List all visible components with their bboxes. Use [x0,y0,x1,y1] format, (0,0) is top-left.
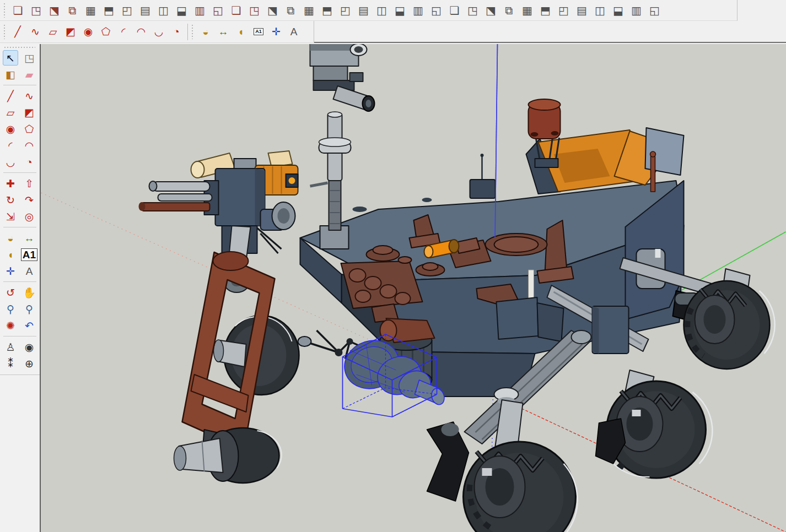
grid-panel-button[interactable]: ⬒ [536,2,554,19]
polygon-dashed-button[interactable]: ▦ [82,2,100,19]
eraser-button[interactable]: ▰ [21,67,37,82]
solid-puzzle-button[interactable]: ⬒ [100,2,118,19]
angle-tool-button[interactable]: ❏ [227,2,245,19]
pillar-array-button[interactable]: ▦ [300,2,318,19]
toolbar-grip-handle[interactable] [3,3,7,18]
mast-camera-head[interactable] [310,44,375,111]
text-button[interactable]: A1 [21,247,37,262]
fold-face-button[interactable]: ◰ [336,2,354,19]
protractor-button[interactable]: ◖ [232,23,250,41]
weave-hatch-button[interactable]: ◰ [554,2,573,19]
stair-zigzag-button[interactable]: ◱ [427,2,445,19]
surface-slice-button[interactable]: ⬔ [263,2,282,19]
deck-antenna-pin[interactable] [470,154,496,198]
line-button[interactable]: ╱ [3,88,18,104]
round-corner-button[interactable]: ❏ [9,2,27,19]
right-middle-wheel[interactable] [596,370,713,478]
pan-button[interactable]: ✋ [21,285,37,300]
axes-button[interactable]: ✛ [3,263,18,279]
protractor-button[interactable]: ◖ [3,247,18,262]
model-viewport[interactable] [41,44,786,532]
palette-grip-handle[interactable] [4,46,35,49]
two-point-arc-button[interactable]: ◠ [132,23,150,41]
joint-push-pull-button[interactable]: ⧉ [282,2,300,19]
tape-measure-button[interactable]: ◒ [197,23,214,41]
plank-splay-button[interactable]: ◫ [591,2,609,19]
position-camera-button[interactable]: ♙ [3,339,18,355]
box-export-button[interactable]: ⬓ [173,2,191,19]
bezier-spline-button[interactable]: ◳ [27,2,45,19]
make-component-button[interactable]: ◳ [21,50,37,66]
offset-button[interactable]: ◎ [21,209,37,224]
three-d-text-button[interactable]: A [285,23,303,41]
pie-button[interactable]: ◔ [21,154,37,170]
model-canvas[interactable] [41,44,786,532]
arrow-cube-button[interactable]: ◱ [645,2,664,19]
polygon-button[interactable]: ⬠ [21,121,37,137]
laptop-stand-button[interactable]: ⧉ [500,2,518,19]
ring-extrude-button[interactable]: ⬒ [318,2,336,19]
slat-fan-button[interactable]: ▥ [627,2,645,19]
line-intersect-button[interactable]: ⧉ [63,2,82,19]
rear-brown-mast[interactable] [650,151,656,192]
two-point-arc-button[interactable]: ◠ [21,138,37,153]
rotated-rectangle-button[interactable]: ◩ [21,105,37,120]
polygon-button[interactable]: ⬠ [97,23,115,41]
circle-button[interactable]: ◉ [79,23,97,41]
frame-bend-button[interactable]: ▦ [518,2,536,19]
rotated-rectangle-button[interactable]: ◩ [62,23,79,41]
orbit-button[interactable]: ↺ [3,285,18,300]
facet-sphere-button[interactable]: ⬓ [609,2,627,19]
move-button[interactable]: ✚ [3,176,18,191]
zoom-button[interactable]: ⚲ [3,301,18,317]
corner-chamfer-button[interactable]: ◱ [209,2,227,19]
spiral-stairs-button[interactable]: ◳ [464,2,482,19]
corner-fillet-button[interactable]: ▥ [191,2,209,19]
branch-split-button[interactable]: ❏ [445,2,464,19]
axes-button[interactable]: ✛ [267,23,285,41]
select-button[interactable]: ↖ [3,50,18,66]
tape-measure-button[interactable]: ◒ [3,230,18,246]
three-point-arc-button[interactable]: ◡ [3,154,18,170]
pie-button[interactable]: ◔ [168,23,185,41]
taper-solid-button[interactable]: ▤ [136,2,154,19]
remote-sensing-mast[interactable] [310,112,351,249]
scale-button[interactable]: ⇲ [3,209,18,224]
chevron-panel-button[interactable]: ▤ [573,2,591,19]
rectangle-button[interactable]: ▱ [3,105,18,120]
slat-ramp-button[interactable]: ⬔ [482,2,500,19]
look-around-button[interactable]: ◉ [21,339,37,355]
front-center-wheel[interactable] [427,400,578,532]
shell-curve-button[interactable]: ◳ [245,2,263,19]
dome-cut-button[interactable]: ◫ [154,2,173,19]
rotate-button[interactable]: ↻ [3,192,18,208]
branch-merge-button[interactable]: ▥ [409,2,427,19]
rover-model[interactable] [139,44,775,532]
three-d-text-button[interactable]: A [21,263,37,279]
toolbar-grip-handle[interactable] [3,25,7,39]
text-button[interactable]: A1 [250,23,267,41]
toolbar-grip-handle[interactable] [191,25,195,39]
walk-button[interactable]: ⁑ [3,356,18,371]
arc-button[interactable]: ◜ [3,138,18,153]
line-button[interactable]: ╱ [9,23,26,41]
zoom-extents-button[interactable]: ✺ [3,318,18,333]
three-point-arc-button[interactable]: ◡ [150,23,168,41]
paint-bucket-button[interactable]: ◧ [3,67,18,82]
vertex-edit-button[interactable]: ⬔ [45,2,63,19]
shelf-stack-button[interactable]: ◫ [373,2,391,19]
dimensions-button[interactable]: ↔ [21,230,37,246]
ramp-slats-button[interactable]: ⬓ [391,2,409,19]
previous-button[interactable]: ↶ [21,318,37,333]
arc-button[interactable]: ◜ [115,23,132,41]
curve-bend-button[interactable]: ◰ [118,2,136,19]
follow-me-button[interactable]: ↷ [21,192,37,208]
freehand-button[interactable]: ∿ [26,23,44,41]
freehand-button[interactable]: ∿ [21,88,37,104]
zoom-window-button[interactable]: ⚲ [21,301,37,317]
rectangle-button[interactable]: ▱ [44,23,62,41]
push-pull-button[interactable]: ⇧ [21,176,37,191]
circle-button[interactable]: ◉ [3,121,18,137]
dimensions-button[interactable]: ↔ [214,23,232,41]
section-plane-button[interactable]: ⊕ [21,356,37,371]
